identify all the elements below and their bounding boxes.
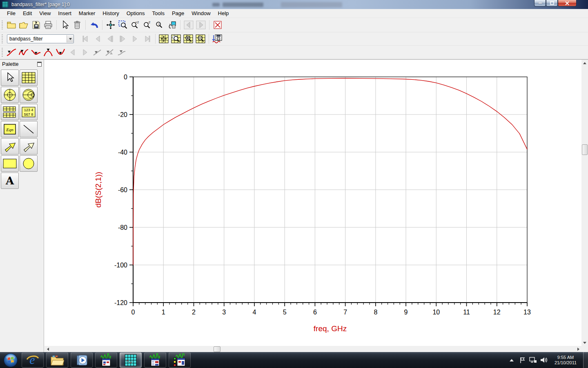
zoom-out-2x-button[interactable]: -2 xyxy=(142,19,153,31)
plot-zoom-in-button[interactable] xyxy=(183,33,194,45)
marker-search-2-button[interactable] xyxy=(104,47,115,58)
zoom-in-2x-button[interactable]: +2 xyxy=(129,19,141,31)
prev-view-button[interactable] xyxy=(105,33,116,45)
show-hidden-icons-button[interactable] xyxy=(506,352,517,368)
internet-explorer-button[interactable]: e xyxy=(22,352,44,368)
delete-button[interactable] xyxy=(71,19,83,31)
circle-tool[interactable] xyxy=(20,155,38,172)
toolbar-grip[interactable] xyxy=(2,20,3,29)
prev-marker-button[interactable] xyxy=(67,47,78,58)
plot-zoom-area-button[interactable] xyxy=(170,33,182,45)
toolbar-grip[interactable] xyxy=(2,48,3,57)
marker-search-1-button[interactable] xyxy=(91,47,103,58)
vertical-scroll-thumb[interactable] xyxy=(582,144,588,155)
scroll-up-button[interactable] xyxy=(581,60,588,66)
start-button[interactable] xyxy=(1,352,20,368)
windows-explorer-button[interactable] xyxy=(46,352,68,368)
new-button[interactable] xyxy=(6,19,17,31)
marker-to-peak-button[interactable] xyxy=(42,47,54,58)
vertical-scrollbar[interactable] xyxy=(581,60,588,346)
undo-button[interactable] xyxy=(88,19,100,31)
volume-icon[interactable] xyxy=(538,352,549,368)
close-page-button[interactable] xyxy=(212,19,223,31)
insert-delta-marker-button[interactable] xyxy=(18,47,29,58)
zoom-area-button[interactable] xyxy=(117,19,129,31)
menu-item-help[interactable]: Help xyxy=(214,9,233,18)
scroll-left-button[interactable] xyxy=(45,346,51,352)
arrow-tool[interactable] xyxy=(1,138,19,155)
ads-main-window-button[interactable] xyxy=(95,352,117,368)
open-icon xyxy=(19,20,29,30)
horizontal-scrollbar[interactable] xyxy=(45,346,581,352)
scroll-right-button[interactable] xyxy=(575,346,581,352)
line-tool[interactable] xyxy=(20,121,38,137)
equation-tool[interactable]: Eqn xyxy=(1,121,19,137)
list-plot-tool-icon: 123 4567 8 xyxy=(22,106,36,118)
delete-icon xyxy=(72,20,82,30)
zoom-actual-button[interactable]: :1 xyxy=(154,19,165,31)
last-page-button[interactable] xyxy=(141,33,153,45)
scroll-down-button[interactable] xyxy=(581,339,588,346)
marker-to-valley-button[interactable] xyxy=(55,47,66,58)
menu-item-tools[interactable]: Tools xyxy=(149,9,168,18)
save-button[interactable] xyxy=(30,19,42,31)
palette-float-icon[interactable] xyxy=(37,62,42,67)
move-button[interactable] xyxy=(105,19,116,31)
page-back-button[interactable] xyxy=(183,19,194,31)
pointer-tool[interactable] xyxy=(1,70,19,86)
x-tick-label: 0 xyxy=(131,309,135,316)
menu-item-marker[interactable]: Marker xyxy=(75,9,99,18)
menu-item-view[interactable]: View xyxy=(36,9,54,18)
next-page-button[interactable] xyxy=(129,33,140,45)
rectangle-tool[interactable] xyxy=(1,155,19,172)
select-pointer-button[interactable] xyxy=(59,19,71,31)
stacked-plot-tool[interactable] xyxy=(1,104,19,120)
list-plot-tool[interactable]: 123 4567 8 xyxy=(20,104,38,120)
text-tool[interactable]: A xyxy=(1,173,19,189)
chevron-down-icon[interactable] xyxy=(67,35,74,43)
next-view-button[interactable] xyxy=(117,33,128,45)
ads-schematic-button[interactable] xyxy=(144,352,166,368)
action-center-icon[interactable] xyxy=(517,352,528,368)
first-page-button[interactable] xyxy=(80,33,91,45)
menu-item-file[interactable]: File xyxy=(3,9,19,18)
outline-arrow-tool[interactable] xyxy=(20,138,38,155)
open-button[interactable] xyxy=(18,19,29,31)
network-icon[interactable] xyxy=(528,352,538,368)
taskbar-clock[interactable]: 9:55 AM 21/10/2011 xyxy=(550,355,581,366)
toolbar-grip[interactable] xyxy=(2,34,3,43)
plot-fit-view-button[interactable] xyxy=(158,33,169,45)
insert-marker-button[interactable] xyxy=(6,47,17,58)
smith-chart-tool[interactable] xyxy=(20,87,38,103)
menu-item-edit[interactable]: Edit xyxy=(19,9,36,18)
page-forward-button[interactable] xyxy=(195,19,207,31)
maximize-button[interactable] xyxy=(546,0,558,7)
menu-item-insert[interactable]: Insert xyxy=(54,9,75,18)
close-button[interactable] xyxy=(558,0,577,7)
polar-plot-tool[interactable] xyxy=(1,87,19,103)
copy-page-button[interactable] xyxy=(166,19,178,31)
prev-page-button[interactable] xyxy=(92,33,104,45)
rectangular-plot-tool[interactable] xyxy=(20,70,38,86)
next-marker-button[interactable] xyxy=(79,47,91,58)
ads-design-kit-button[interactable] xyxy=(169,352,191,368)
x-tick-label: 3 xyxy=(222,309,226,316)
plot-zoom-out-button[interactable] xyxy=(195,33,206,45)
save-data-button[interactable] xyxy=(212,33,223,45)
media-player-button[interactable] xyxy=(71,352,93,368)
menu-item-window[interactable]: Window xyxy=(188,9,214,18)
y-tick-label: -20 xyxy=(118,111,127,118)
horizontal-scroll-thumb[interactable] xyxy=(214,346,220,352)
minimize-button[interactable] xyxy=(534,0,546,7)
insert-dip-marker-button[interactable] xyxy=(30,47,42,58)
context-selector[interactable]: bandpass_filter xyxy=(7,34,74,43)
print-button[interactable] xyxy=(42,19,54,31)
show-desktop-button[interactable] xyxy=(583,352,588,368)
marker-search-3-button[interactable] xyxy=(116,47,127,58)
menu-item-options[interactable]: Options xyxy=(123,9,149,18)
prev-view-icon xyxy=(106,34,115,43)
ads-data-display-button[interactable] xyxy=(120,352,142,368)
menu-item-page[interactable]: Page xyxy=(168,9,188,18)
marker-search-2-icon xyxy=(104,48,115,57)
menu-item-history[interactable]: History xyxy=(99,9,122,18)
